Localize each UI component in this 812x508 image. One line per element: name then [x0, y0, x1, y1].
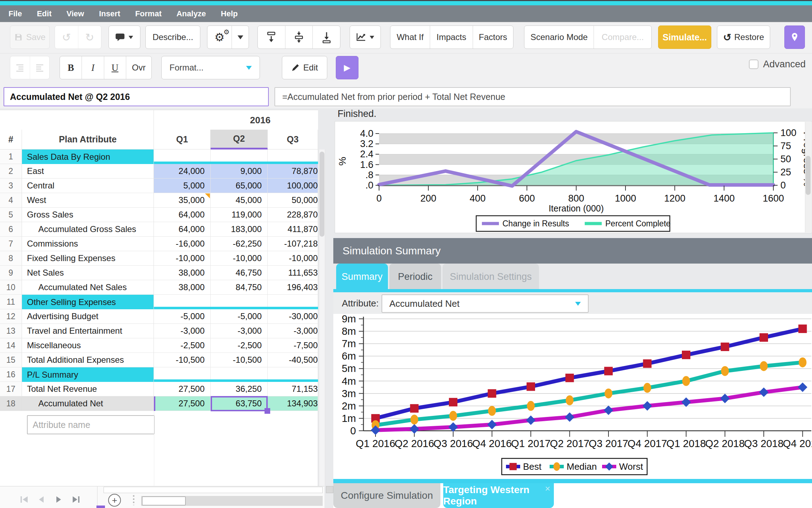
- pin-button[interactable]: [784, 26, 805, 49]
- simulate-button[interactable]: Simulate...: [658, 26, 711, 49]
- chart-vscrollbar-thumb[interactable]: [806, 156, 811, 195]
- cell-q3[interactable]: 228,870: [268, 208, 318, 222]
- tab-summary[interactable]: Summary: [336, 264, 388, 290]
- settings-button[interactable]: ⚙ ⚙: [207, 26, 232, 49]
- cell-q1[interactable]: -3,000: [154, 324, 211, 338]
- row-label[interactable]: Total Additional Expenses: [22, 353, 154, 367]
- cell-q2[interactable]: 183,000: [211, 222, 268, 237]
- menu-item-view[interactable]: View: [66, 9, 84, 18]
- row-label[interactable]: Commissions: [22, 237, 154, 251]
- cell-q1[interactable]: 27,500: [154, 382, 211, 396]
- attribute-name-input[interactable]: [27, 415, 155, 434]
- row-number[interactable]: 13: [0, 324, 22, 338]
- rolldown-bottom-button[interactable]: [312, 26, 340, 49]
- underline-button[interactable]: U: [104, 56, 126, 79]
- cell-q1[interactable]: 38,000: [154, 280, 211, 295]
- cell-q3[interactable]: 196,403: [268, 280, 318, 295]
- cell-q2[interactable]: -10,000: [211, 251, 268, 266]
- cell-name-input[interactable]: [4, 87, 269, 106]
- row-number[interactable]: 8: [0, 251, 22, 266]
- cell-q2[interactable]: 36,250: [211, 382, 268, 396]
- bottom-tab-configure-simulation[interactable]: Configure Simulation: [333, 483, 440, 508]
- cell-q2[interactable]: -5,000: [211, 309, 268, 324]
- cell-q1[interactable]: 27,500: [154, 396, 211, 411]
- sheet-vscrollbar-thumb[interactable]: [319, 152, 324, 237]
- row-number[interactable]: 12: [0, 309, 22, 324]
- row-label[interactable]: Accumulated Net: [22, 396, 154, 411]
- cell-q2[interactable]: 65,000: [211, 179, 268, 193]
- col-header-q1[interactable]: Q1: [154, 130, 211, 149]
- row-label[interactable]: Gross Sales: [22, 208, 154, 222]
- tab-simulation-settings[interactable]: Simulation Settings: [443, 264, 539, 290]
- impacts-button[interactable]: Impacts: [430, 26, 472, 49]
- row-number[interactable]: 7: [0, 237, 22, 251]
- cell-q3[interactable]: 71,153: [268, 382, 318, 396]
- cell-q3[interactable]: -40,500: [268, 353, 318, 367]
- row-label[interactable]: Net Sales: [22, 266, 154, 280]
- describe-button[interactable]: Describe...: [145, 26, 200, 49]
- row-number[interactable]: 15: [0, 353, 22, 367]
- row-number[interactable]: 6: [0, 222, 22, 237]
- cell-q2[interactable]: -3,000: [211, 324, 268, 338]
- cell-q2[interactable]: 46,750: [211, 266, 268, 280]
- last-page-button[interactable]: [71, 495, 80, 504]
- menu-item-help[interactable]: Help: [221, 9, 238, 18]
- row-label[interactable]: Travel and Entertainment: [22, 324, 154, 338]
- format-dropdown[interactable]: Format...: [161, 56, 260, 79]
- row-number[interactable]: 16: [0, 367, 22, 382]
- row-label[interactable]: Sales Data By Region: [22, 149, 154, 164]
- close-tab-icon[interactable]: ×: [545, 483, 550, 494]
- cell-q2[interactable]: -10,500: [211, 353, 268, 367]
- cell-q1[interactable]: -5,000: [154, 309, 211, 324]
- compare-button[interactable]: Compare...: [594, 26, 651, 49]
- chart-button[interactable]: [350, 26, 381, 49]
- row-label[interactable]: Central: [22, 179, 154, 193]
- row-number[interactable]: 14: [0, 338, 22, 353]
- menu-item-analyze[interactable]: Analyze: [177, 9, 206, 18]
- row-label[interactable]: Advertising Budget: [22, 309, 154, 324]
- outdent-button[interactable]: [10, 56, 30, 79]
- cell-q2[interactable]: 45,000: [211, 193, 268, 208]
- cell-q3[interactable]: -107,218: [268, 237, 318, 251]
- row-label[interactable]: Total Net Revenue: [22, 382, 154, 396]
- row-number[interactable]: 11: [0, 295, 22, 309]
- cell-q1[interactable]: 38,000: [154, 266, 211, 280]
- cell-q1[interactable]: -16,000: [154, 237, 211, 251]
- save-button[interactable]: Save: [10, 26, 50, 49]
- cell-q1[interactable]: 35,000: [154, 193, 211, 208]
- tab-periodic[interactable]: Periodic: [389, 264, 441, 290]
- comment-button[interactable]: [109, 26, 140, 49]
- settings-caret-button[interactable]: [232, 26, 249, 49]
- edit-button[interactable]: Edit: [282, 56, 327, 79]
- menu-item-file[interactable]: File: [9, 9, 22, 18]
- indent-button[interactable]: [30, 56, 50, 79]
- row-label[interactable]: Accumulated Gross Sales: [22, 222, 154, 237]
- bold-button[interactable]: B: [60, 56, 82, 79]
- col-header-num[interactable]: #: [0, 130, 22, 149]
- rolldown-top-button[interactable]: [258, 26, 285, 49]
- row-label[interactable]: West: [22, 193, 154, 208]
- cell-q3[interactable]: 411,870: [268, 222, 318, 237]
- prev-page-button[interactable]: [37, 495, 46, 504]
- cell-q1[interactable]: 64,000: [154, 222, 211, 237]
- menu-item-edit[interactable]: Edit: [37, 9, 52, 18]
- cell-q3[interactable]: 111,653: [268, 266, 318, 280]
- next-page-button[interactable]: [54, 495, 63, 504]
- what-if-button[interactable]: What If: [390, 26, 430, 49]
- redo-icon[interactable]: ↻: [78, 26, 101, 49]
- row-label[interactable]: Miscellaneous: [22, 338, 154, 353]
- col-header-q2-selected[interactable]: Q2: [211, 130, 268, 149]
- row-number[interactable]: 1: [0, 149, 22, 164]
- factors-button[interactable]: Factors: [473, 26, 513, 49]
- row-label[interactable]: P/L Summary: [22, 367, 154, 382]
- drag-handle[interactable]: [133, 495, 134, 505]
- first-page-button[interactable]: [20, 495, 29, 504]
- col-header-attribute[interactable]: Plan Attribute: [22, 130, 154, 149]
- cell-q3[interactable]: 50,000: [268, 193, 318, 208]
- cell-q3[interactable]: 100,000: [268, 179, 318, 193]
- formula-input[interactable]: [274, 87, 791, 106]
- row-number[interactable]: 4: [0, 193, 22, 208]
- cell-q1[interactable]: 5,000: [154, 179, 211, 193]
- cell-q1[interactable]: 24,000: [154, 164, 211, 179]
- col-header-q3[interactable]: Q3: [268, 130, 318, 149]
